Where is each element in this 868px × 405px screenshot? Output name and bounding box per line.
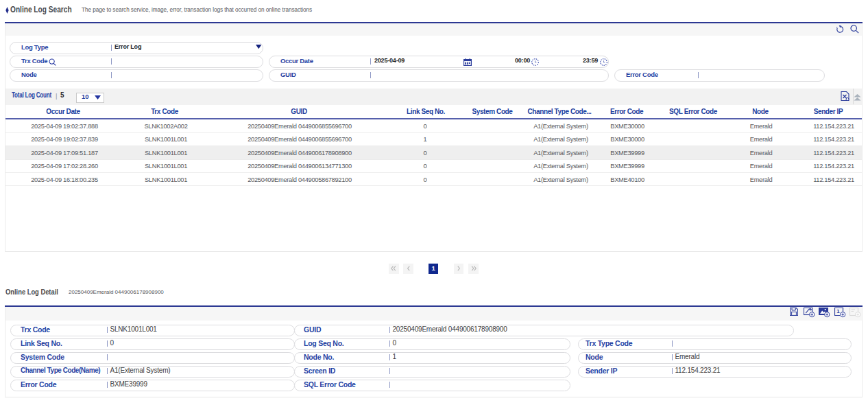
svg-text:1: 1 bbox=[836, 308, 840, 314]
